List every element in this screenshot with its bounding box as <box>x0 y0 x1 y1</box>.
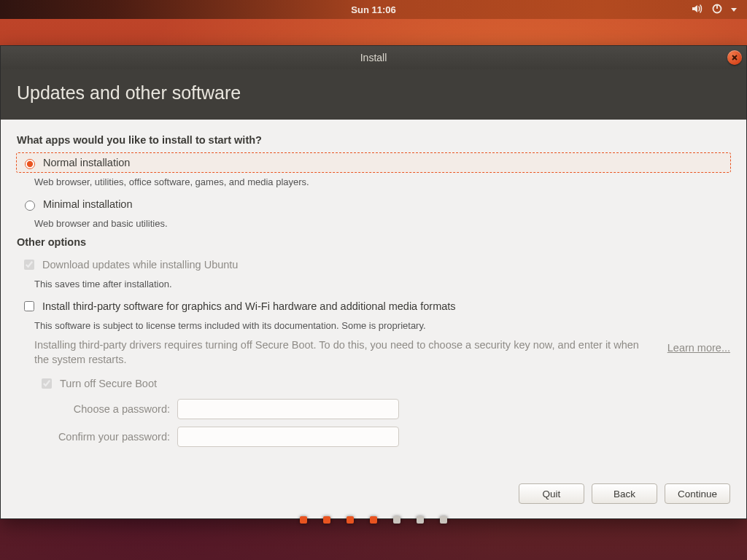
check-third-party-input[interactable] <box>24 301 34 311</box>
installer-window: Install Updates and other software What … <box>0 45 747 519</box>
progress-dot <box>370 516 377 524</box>
install-apps-question: What apps would you like to install to s… <box>17 134 730 146</box>
check-download-updates: Download updates while installing Ubuntu <box>17 255 730 274</box>
check-download-updates-label: Download updates while installing Ubuntu <box>42 259 238 271</box>
check-third-party-label: Install third-party software for graphic… <box>42 300 456 312</box>
radio-minimal-input[interactable] <box>25 201 35 211</box>
check-download-updates-desc: This saves time after installation. <box>34 279 730 289</box>
password-input <box>177 399 399 419</box>
confirm-password-input <box>177 427 399 447</box>
desktop: Sun 11:06 Install <box>0 0 747 560</box>
secure-boot-info: Installing third-party drivers requires … <box>34 338 654 367</box>
continue-button[interactable]: Continue <box>665 483 730 504</box>
progress-dot <box>440 516 447 524</box>
radio-normal-input[interactable] <box>25 159 35 169</box>
radio-normal-label: Normal installation <box>43 157 130 168</box>
other-options-title: Other options <box>17 236 730 248</box>
progress-dot <box>300 516 307 524</box>
check-secure-boot: Turn off Secure Boot <box>39 376 730 392</box>
check-secure-boot-label: Turn off Secure Boot <box>60 378 157 389</box>
power-icon[interactable] <box>712 4 722 16</box>
page-title: Updates and other software <box>1 69 746 120</box>
check-third-party[interactable]: Install third-party software for graphic… <box>17 297 730 316</box>
radio-normal-installation[interactable]: Normal installation <box>17 153 730 172</box>
check-secure-boot-input <box>42 378 52 389</box>
progress-dot <box>417 516 424 524</box>
window-titlebar: Install <box>1 46 746 69</box>
radio-normal-desc: Web browser, utilities, office software,… <box>34 176 730 187</box>
back-button[interactable]: Back <box>592 483 657 504</box>
window-title: Install <box>360 52 387 63</box>
volume-icon[interactable] <box>692 4 703 16</box>
radio-minimal-installation[interactable]: Minimal installation <box>17 195 730 214</box>
learn-more-link[interactable]: Learn more... <box>667 341 730 356</box>
check-download-updates-input <box>24 260 34 270</box>
progress-dots <box>0 516 747 524</box>
password-label: Choose a password: <box>39 403 170 415</box>
progress-dot <box>323 516 330 524</box>
system-top-bar: Sun 11:06 <box>0 0 747 19</box>
window-close-button[interactable] <box>727 50 742 65</box>
system-menu-chevron-icon[interactable] <box>731 8 737 12</box>
progress-dot <box>347 516 354 524</box>
check-third-party-desc: This software is subject to license term… <box>34 320 730 331</box>
progress-dot <box>393 516 400 524</box>
radio-minimal-label: Minimal installation <box>43 198 133 210</box>
radio-minimal-desc: Web browser and basic utilities. <box>34 218 730 229</box>
confirm-password-label: Confirm your password: <box>39 431 170 443</box>
quit-button[interactable]: Quit <box>519 483 584 504</box>
clock-label: Sun 11:06 <box>351 4 395 15</box>
